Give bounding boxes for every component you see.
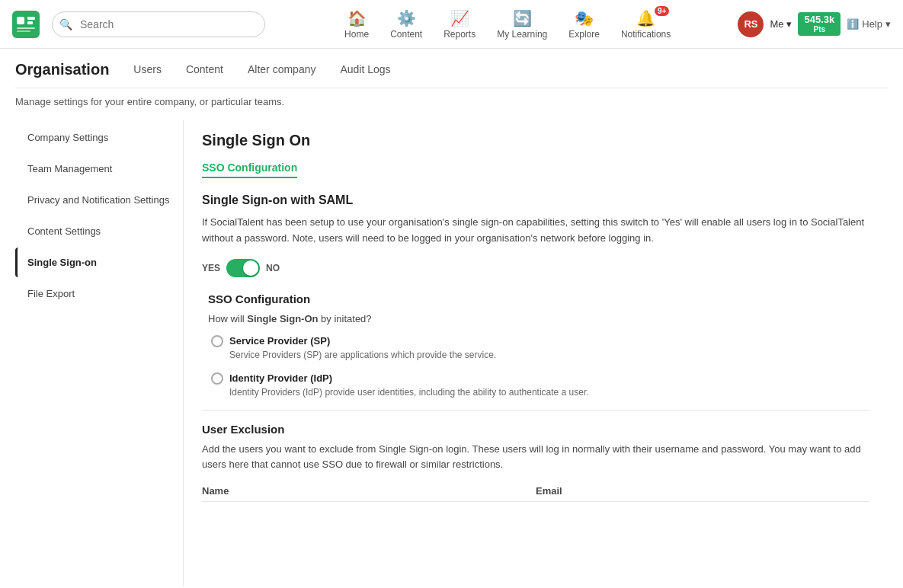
svg-rect-3 bbox=[27, 21, 33, 24]
sp-radio-top: Service Provider (SP) bbox=[211, 335, 863, 347]
nav-notifications[interactable]: 9+ 🔔 Notifications bbox=[612, 5, 680, 44]
question-suffix: by initated? bbox=[318, 313, 371, 324]
content-icon: ⚙️ bbox=[397, 9, 416, 27]
nav-notifications-label: Notifications bbox=[621, 29, 671, 40]
tab-content[interactable]: Content bbox=[186, 63, 223, 86]
user-exclusion-description: Add the users you want to exclude from S… bbox=[202, 442, 869, 474]
sso-config-section: SSO Configuration How will Single Sign-O… bbox=[202, 292, 869, 398]
home-icon: 🏠 bbox=[347, 9, 367, 27]
nav-right: RS Me ▾ 545.3k Pts ℹ️ Help ▾ bbox=[738, 11, 891, 37]
sp-label: Service Provider (SP) bbox=[229, 335, 330, 347]
user-exclusion-title: User Exclusion bbox=[202, 423, 869, 436]
help-menu[interactable]: ℹ️ Help ▾ bbox=[847, 18, 891, 30]
page-description: Manage settings for your entire company,… bbox=[0, 88, 903, 120]
sidebar-item-single-sign-on[interactable]: Single Sign-on bbox=[15, 248, 183, 277]
tab-users[interactable]: Users bbox=[133, 63, 162, 86]
svg-rect-0 bbox=[12, 11, 40, 38]
idp-label: Identity Provider (IdP) bbox=[229, 372, 332, 384]
nav-explore-label: Explore bbox=[568, 29, 600, 40]
chevron-down-icon: ▾ bbox=[786, 18, 792, 30]
help-label: Help bbox=[862, 18, 882, 30]
avatar-button[interactable]: RS bbox=[738, 11, 764, 37]
svg-rect-4 bbox=[17, 27, 35, 29]
nav-my-learning[interactable]: 🔄 My Learning bbox=[488, 5, 556, 44]
org-title[interactable]: Organisation bbox=[15, 61, 109, 88]
sidebar-item-team-management[interactable]: Team Management bbox=[15, 154, 183, 184]
notification-badge: 9+ bbox=[655, 6, 669, 16]
sidebar-item-file-export[interactable]: File Export bbox=[15, 279, 183, 308]
svg-rect-2 bbox=[27, 17, 35, 20]
svg-rect-1 bbox=[17, 17, 24, 24]
explore-icon: 🎭 bbox=[575, 9, 594, 27]
nav-my-learning-label: My Learning bbox=[497, 29, 547, 40]
nav-explore[interactable]: 🎭 Explore bbox=[559, 5, 609, 44]
notifications-icon: 🔔 bbox=[636, 9, 655, 27]
help-chevron-icon: ▾ bbox=[885, 18, 891, 30]
top-navigation: 🔍 🏠 Home ⚙️ Content 📈 Reports 🔄 My Learn… bbox=[0, 0, 903, 49]
sp-description: Service Providers (SP) are applications … bbox=[229, 350, 863, 360]
column-email: Email bbox=[536, 485, 869, 497]
toggle-no-label: NO bbox=[266, 263, 280, 273]
search-icon: 🔍 bbox=[59, 18, 72, 30]
me-menu[interactable]: Me ▾ bbox=[770, 18, 792, 30]
sso-configuration-tab[interactable]: SSO Configuration bbox=[202, 161, 297, 178]
nav-content-label: Content bbox=[390, 29, 422, 40]
question-highlight: Single Sign-On bbox=[247, 313, 318, 324]
tab-alter-company[interactable]: Alter company bbox=[248, 63, 315, 86]
sp-radio-option: Service Provider (SP) Service Providers … bbox=[208, 335, 863, 360]
page-title: Single Sign On bbox=[202, 132, 869, 149]
page-header: Organisation Users Content Alter company… bbox=[0, 49, 903, 88]
column-name: Name bbox=[202, 485, 536, 497]
user-table-header: Name Email bbox=[202, 485, 869, 502]
nav-home-label: Home bbox=[344, 29, 369, 40]
points-badge[interactable]: 545.3k Pts bbox=[798, 12, 841, 37]
svg-rect-5 bbox=[17, 30, 30, 32]
reports-icon: 📈 bbox=[450, 9, 469, 27]
sso-toggle[interactable] bbox=[226, 259, 260, 277]
question-prefix: How will bbox=[208, 313, 247, 324]
idp-description: Identity Providers (IdP) provide user id… bbox=[229, 387, 863, 398]
main-content: Single Sign On SSO Configuration Single … bbox=[183, 120, 888, 586]
sidebar: Company Settings Team Management Privacy… bbox=[15, 120, 183, 586]
me-label: Me bbox=[770, 18, 783, 30]
nav-content[interactable]: ⚙️ Content bbox=[381, 5, 431, 44]
user-exclusion-section: User Exclusion Add the users you want to… bbox=[202, 423, 869, 503]
nav-home[interactable]: 🏠 Home bbox=[335, 5, 378, 44]
sidebar-item-privacy-notification[interactable]: Privacy and Notification Settings bbox=[15, 185, 183, 215]
nav-items: 🏠 Home ⚙️ Content 📈 Reports 🔄 My Learnin… bbox=[283, 5, 732, 44]
search-input[interactable] bbox=[52, 11, 265, 37]
sp-radio-button[interactable] bbox=[211, 335, 223, 347]
nav-reports-label: Reports bbox=[443, 29, 476, 40]
idp-radio-top: Identity Provider (IdP) bbox=[211, 372, 863, 385]
toggle-yes-label: YES bbox=[202, 263, 220, 273]
sidebar-item-content-settings[interactable]: Content Settings bbox=[15, 216, 183, 246]
toggle-thumb bbox=[243, 260, 258, 276]
sidebar-item-company-settings[interactable]: Company Settings bbox=[15, 123, 183, 152]
saml-section: Single Sign-on with SAML If SocialTalent… bbox=[202, 193, 869, 277]
nav-reports[interactable]: 📈 Reports bbox=[434, 5, 485, 44]
sso-config-question: How will Single Sign-On by initated? bbox=[208, 313, 863, 324]
content-area: Company Settings Team Management Privacy… bbox=[0, 120, 903, 586]
saml-description: If SocialTalent has been setup to use yo… bbox=[202, 215, 869, 247]
help-icon: ℹ️ bbox=[847, 18, 859, 30]
org-tabs: Organisation Users Content Alter company… bbox=[15, 61, 888, 88]
points-number: 545.3k bbox=[804, 14, 834, 26]
tab-audit-logs[interactable]: Audit Logs bbox=[340, 63, 390, 86]
points-label: Pts bbox=[814, 25, 826, 34]
search-bar[interactable]: 🔍 bbox=[52, 11, 265, 37]
idp-radio-option: Identity Provider (IdP) Identity Provide… bbox=[208, 372, 863, 398]
idp-radio-button[interactable] bbox=[211, 372, 223, 385]
sso-config-title: SSO Configuration bbox=[208, 292, 863, 305]
section-divider bbox=[202, 410, 869, 411]
logo[interactable] bbox=[12, 11, 40, 38]
my-learning-icon: 🔄 bbox=[513, 9, 532, 27]
sso-toggle-row: YES NO bbox=[202, 259, 869, 277]
saml-title: Single Sign-on with SAML bbox=[202, 193, 869, 207]
